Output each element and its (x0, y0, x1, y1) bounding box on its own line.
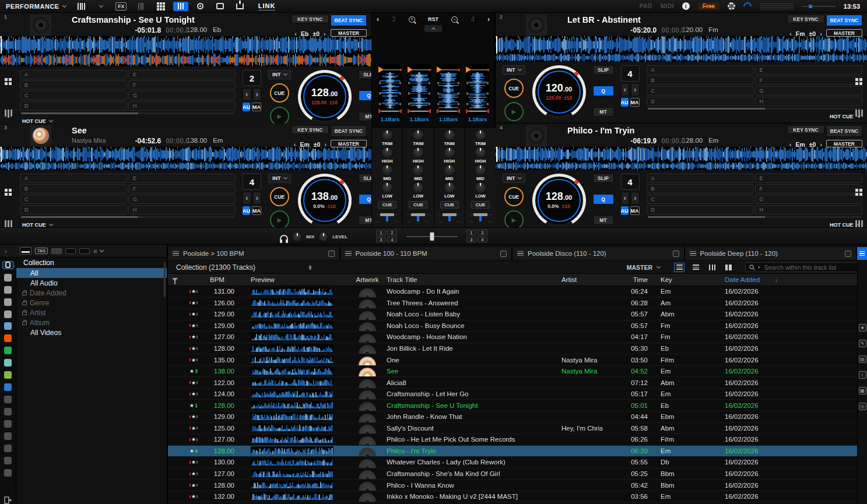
tab-detach-icon[interactable] (500, 251, 507, 257)
preview-cell[interactable] (240, 446, 348, 455)
key-shift-left-arrow[interactable]: ‹ (789, 141, 792, 148)
ma-button[interactable]: MA (630, 98, 640, 107)
low-knob[interactable] (444, 182, 455, 193)
hot-cue-slot-D[interactable]: D (20, 101, 127, 111)
hot-cue-slot-F[interactable]: F (128, 80, 236, 90)
preview-cell[interactable] (240, 287, 348, 296)
key-sync-button[interactable]: KEY SYNC (292, 125, 329, 134)
slip-button[interactable]: SLIP (593, 65, 614, 75)
rating-cell[interactable]: ★ (182, 482, 205, 488)
jog-wheel[interactable]: 128.000.0%±10 (532, 174, 586, 227)
hot-cue-slot-A[interactable]: A (20, 174, 127, 183)
key-shift-left-arrow[interactable]: ‹ (294, 30, 297, 37)
column-preview[interactable]: Preview (240, 276, 348, 283)
view-columns-button[interactable] (707, 263, 717, 272)
int-mode-dropdown[interactable]: INT (268, 70, 291, 79)
tree-item-all-audio[interactable]: All Audio (16, 278, 167, 288)
low-knob[interactable] (382, 182, 392, 193)
beat-sync-button[interactable]: BEAT SYNC (826, 125, 862, 137)
tag-filter-button[interactable]: TAG (35, 248, 48, 254)
headphone-level-knob[interactable] (319, 232, 328, 241)
hot-cue-slot-B[interactable]: B (20, 80, 127, 90)
pad-mode-label[interactable]: PAD (640, 3, 652, 9)
beat-jump-back-button[interactable]: ‹ (243, 88, 251, 101)
tab-detach-icon[interactable] (673, 251, 679, 257)
info-icon[interactable]: i (682, 2, 690, 10)
volume-handle[interactable] (809, 5, 812, 8)
tab-detach-icon[interactable] (845, 251, 851, 257)
hot-cue-slot-A[interactable]: A (647, 174, 754, 183)
tab-2[interactable]: Poolside 100 - 110 BPM (341, 247, 513, 260)
hot-cue-slot-G[interactable]: G (128, 195, 236, 204)
assign-pad-2[interactable]: 2 (387, 230, 397, 235)
assign-pad-4[interactable]: 4 (478, 237, 487, 242)
preview-cell[interactable] (240, 298, 348, 307)
rating-cell[interactable]: ★ (182, 311, 205, 317)
headphone-mix-knob[interactable] (293, 232, 301, 241)
hot-cue-slot-F[interactable]: F (755, 184, 862, 193)
rec-panel-button[interactable] (193, 2, 208, 11)
collapse-wave-button[interactable] (424, 25, 442, 32)
quantize-button[interactable]: Q (593, 86, 614, 96)
preview-cell[interactable] (240, 310, 348, 319)
hot-cue-slot-D[interactable]: D (647, 97, 754, 106)
info-panel-icon[interactable]: i (859, 371, 866, 379)
channel-fader[interactable] (438, 211, 461, 227)
key-shift-control[interactable]: ‹Fm±0› (787, 29, 824, 38)
master-tempo-button[interactable]: MT (593, 107, 614, 117)
rail-tidal-icon[interactable] (2, 359, 14, 366)
hot-cue-slot-B[interactable]: B (647, 76, 754, 85)
midi-mode-label[interactable]: MIDI (661, 3, 674, 9)
rail-collection-icon[interactable] (2, 261, 14, 269)
key-shift-left-arrow[interactable]: ‹ (294, 141, 296, 148)
waveform-layout-dropdown[interactable] (94, 2, 109, 11)
hot-cue-slot-C[interactable]: C (647, 86, 754, 96)
channel-cue-button[interactable]: CUE (409, 201, 427, 209)
hot-cue-slot-F[interactable]: F (755, 76, 862, 85)
table-row[interactable]: ★4128.00Philco - I'm Tryin06:20Em16/02/2… (168, 446, 857, 457)
trim-knob[interactable] (382, 130, 392, 140)
preview-cell[interactable] (240, 390, 348, 399)
pad-grid-icon[interactable] (5, 78, 12, 85)
jog-wheel[interactable]: 128.00128.00±10 (298, 70, 352, 124)
tree-item-all[interactable]: All (16, 268, 167, 278)
tag-icon[interactable]: ★ (859, 324, 866, 332)
mixer-panel-button[interactable] (173, 2, 188, 11)
beat-jump-fwd-button[interactable]: › (253, 192, 262, 205)
channel-fader[interactable] (469, 211, 492, 227)
table-row[interactable]: ★126.00Tree Threes - Answered06:28Am16/0… (168, 298, 857, 309)
table-row[interactable]: ★132.00Inkko x Monoko - Making U v2 [244… (168, 491, 857, 503)
pad-grid-icon[interactable] (5, 189, 12, 196)
tree-item-artist[interactable]: Artist (16, 308, 167, 318)
tab-3[interactable]: Poolside Disco (110 - 120) (513, 247, 685, 260)
list-options-icon[interactable]: ≡ (93, 248, 96, 255)
rail-spotify-icon[interactable] (2, 347, 14, 354)
library-panel-icon[interactable] (5, 110, 12, 118)
edit-pencil-icon[interactable]: ✎ (859, 340, 866, 347)
au-button[interactable]: AU (243, 103, 250, 111)
cue-button[interactable]: CUE (270, 83, 289, 103)
view-detail-button[interactable] (690, 263, 701, 272)
preview-cell[interactable] (240, 481, 348, 489)
fader-handle[interactable] (380, 213, 394, 216)
filter-slot-1[interactable] (51, 248, 62, 254)
hot-cue-mode-dropdown[interactable]: HOT CUE (647, 111, 862, 122)
master-button[interactable]: MASTER (826, 140, 862, 147)
sort-arrows-icon[interactable]: ▲▼ (308, 265, 313, 270)
au-button[interactable]: AU (621, 206, 629, 215)
rating-cell[interactable]: ★ (182, 414, 205, 420)
rail-tag-list-icon[interactable] (2, 273, 14, 281)
view-list-button[interactable] (674, 263, 685, 272)
beat-jump-fwd-button[interactable]: › (253, 88, 262, 101)
rail-itunes-icon[interactable] (2, 322, 14, 330)
preview-cell[interactable] (240, 401, 348, 410)
key-sync-button[interactable]: KEY SYNC (787, 15, 824, 23)
hot-cue-slot-C[interactable]: C (647, 195, 754, 204)
preview-cell[interactable] (240, 333, 348, 341)
rail-playlist-clipboard-icon[interactable] (2, 445, 14, 452)
window-view-icon[interactable] (20, 247, 31, 255)
pad-grid-icon[interactable] (855, 189, 862, 196)
next-deck-arrow[interactable]: › (487, 15, 490, 23)
search-scope-dropdown[interactable]: ▾ (758, 265, 760, 270)
trim-knob[interactable] (444, 130, 455, 140)
